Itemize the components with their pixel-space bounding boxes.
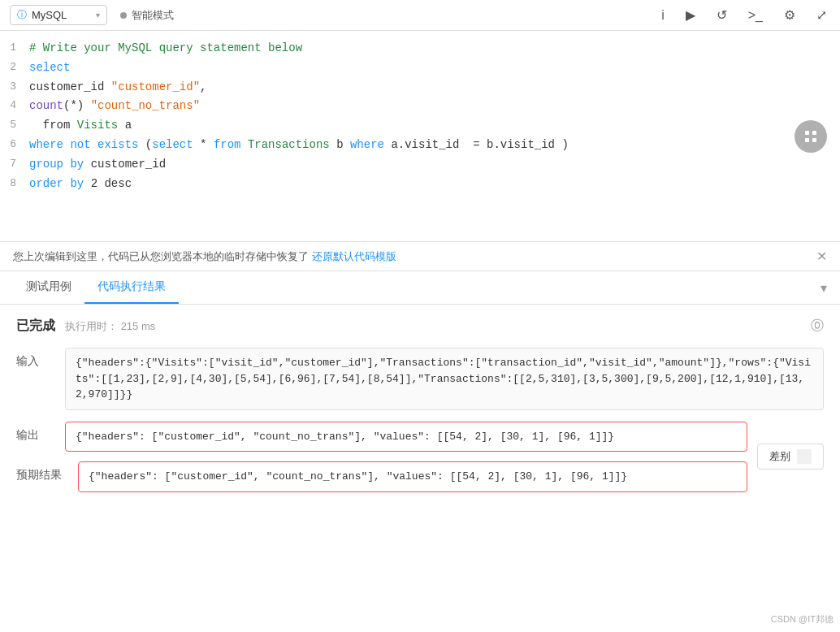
smart-mode-dot bbox=[120, 12, 127, 19]
watermark: CSDN @IT邦德 bbox=[771, 613, 834, 626]
expected-row: 预期结果 {"headers": ["customer_id", "count_… bbox=[16, 461, 747, 492]
tab-execution-results[interactable]: 代码执行结果 bbox=[84, 271, 179, 304]
smart-mode-label: 智能模式 bbox=[132, 8, 174, 23]
expected-content: {"headers": ["customer_id", "count_no_tr… bbox=[78, 461, 747, 492]
line-number: 8 bbox=[0, 175, 29, 193]
results-area: 已完成 执行用时： 215 ms ⓪ 输入 {"headers":{"Visit… bbox=[0, 305, 840, 505]
settings-button[interactable]: ⚙ bbox=[781, 6, 799, 24]
input-content: {"headers":{"Visits":["visit_id","custom… bbox=[65, 348, 824, 410]
code-line: 8order by 2 desc bbox=[0, 175, 840, 194]
code-line: 4count(*) "count_no_trans" bbox=[0, 97, 840, 116]
close-icon[interactable]: ✕ bbox=[816, 249, 827, 264]
code-line: 5 from Visits a bbox=[0, 116, 840, 136]
output-row: 输出 {"headers": ["customer_id", "count_no… bbox=[16, 422, 747, 452]
diff-square-icon bbox=[797, 449, 812, 464]
svg-rect-0 bbox=[805, 131, 809, 135]
tabs-bar: 测试用例 代码执行结果 ▾ bbox=[0, 271, 840, 305]
db-selector[interactable]: ⓘ MySQL ▾ bbox=[10, 5, 107, 25]
expected-label: 预期结果 bbox=[16, 461, 62, 483]
refresh-button[interactable]: ↺ bbox=[713, 6, 730, 24]
svg-rect-1 bbox=[805, 138, 809, 142]
code-line: 7group by customer_id bbox=[0, 155, 840, 175]
run-button[interactable]: ▶ bbox=[682, 6, 699, 24]
db-info-icon: ⓘ bbox=[17, 8, 27, 22]
line-number: 4 bbox=[0, 97, 29, 115]
restore-banner: 您上次编辑到这里，代码已从您浏览器本地的临时存储中恢复了 还原默认代码模版 ✕ bbox=[0, 242, 840, 271]
toolbar-actions: i ▶ ↺ >_ ⚙ ⤢ bbox=[658, 6, 830, 24]
collapse-icon[interactable]: ▾ bbox=[821, 280, 827, 296]
input-row: 输入 {"headers":{"Visits":["visit_id","cus… bbox=[16, 348, 824, 410]
code-editor[interactable]: 1# Write your MySQL query statement belo… bbox=[0, 31, 840, 242]
output-content-wrap: 输出 {"headers": ["customer_id", "count_no… bbox=[16, 422, 747, 492]
chevron-down-icon: ▾ bbox=[96, 11, 100, 19]
line-number: 3 bbox=[0, 78, 29, 96]
terminal-button[interactable]: >_ bbox=[745, 6, 766, 24]
line-content: count(*) "count_no_trans" bbox=[29, 97, 834, 116]
exec-time-value: 215 ms bbox=[121, 320, 156, 332]
exec-time-label: 执行用时： bbox=[65, 320, 118, 332]
status-row: 已完成 执行用时： 215 ms ⓪ bbox=[16, 318, 824, 335]
line-content: select bbox=[29, 58, 834, 78]
toolbar: ⓘ MySQL ▾ 智能模式 i ▶ ↺ >_ ⚙ ⤢ bbox=[0, 0, 840, 31]
smart-mode-indicator: 智能模式 bbox=[120, 8, 174, 23]
line-content: # Write your MySQL query statement below bbox=[29, 39, 834, 58]
code-line: 3customer_id "customer_id", bbox=[0, 78, 840, 97]
line-number: 1 bbox=[0, 39, 29, 57]
svg-rect-2 bbox=[812, 131, 816, 135]
line-content: from Visits a bbox=[29, 116, 834, 136]
tab-test-cases[interactable]: 测试用例 bbox=[13, 271, 84, 304]
line-number: 2 bbox=[0, 58, 29, 76]
input-label: 输入 bbox=[16, 348, 49, 369]
code-line: 1# Write your MySQL query statement belo… bbox=[0, 39, 840, 58]
svg-rect-3 bbox=[812, 138, 816, 142]
expand-button[interactable]: ⤢ bbox=[813, 6, 830, 24]
line-number: 7 bbox=[0, 155, 29, 173]
exec-time: 执行用时： 215 ms bbox=[65, 319, 155, 334]
restore-link[interactable]: 还原默认代码模版 bbox=[312, 249, 396, 264]
status-completed: 已完成 bbox=[16, 318, 55, 335]
line-content: order by 2 desc bbox=[29, 175, 834, 194]
restore-float-button[interactable] bbox=[795, 120, 827, 153]
line-content: where not exists (select * from Transact… bbox=[29, 136, 834, 155]
restore-banner-text: 您上次编辑到这里，代码已从您浏览器本地的临时存储中恢复了 bbox=[13, 249, 309, 264]
db-selector-label: MySQL bbox=[32, 9, 67, 21]
help-icon[interactable]: ⓪ bbox=[811, 318, 824, 335]
code-line: 2select bbox=[0, 58, 840, 78]
output-label: 输出 bbox=[16, 422, 49, 443]
line-content: customer_id "customer_id", bbox=[29, 78, 834, 97]
diff-button[interactable]: 差别 bbox=[757, 444, 824, 470]
line-number: 6 bbox=[0, 136, 29, 154]
diff-button-label: 差别 bbox=[769, 449, 790, 464]
info-button[interactable]: i bbox=[658, 6, 668, 24]
code-lines: 1# Write your MySQL query statement belo… bbox=[0, 39, 840, 193]
code-line: 6where not exists (select * from Transac… bbox=[0, 136, 840, 155]
line-number: 5 bbox=[0, 116, 29, 134]
output-content: {"headers": ["customer_id", "count_no_tr… bbox=[65, 422, 747, 452]
output-section: 输出 {"headers": ["customer_id", "count_no… bbox=[16, 422, 824, 492]
line-content: group by customer_id bbox=[29, 155, 834, 175]
bottom-panel: 测试用例 代码执行结果 ▾ 已完成 执行用时： 215 ms ⓪ 输入 {"he… bbox=[0, 271, 840, 505]
